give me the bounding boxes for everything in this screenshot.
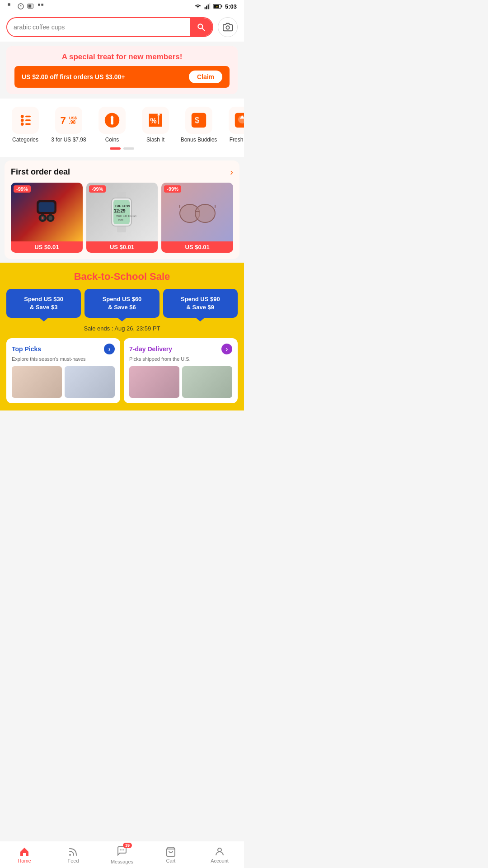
svg-point-16 xyxy=(21,115,24,118)
category-item-3for798[interactable]: 7 US$ .98 3 for US $7.98 xyxy=(47,105,90,147)
3for798-icon-wrap: 7 US$ .98 xyxy=(55,107,82,134)
header xyxy=(0,13,244,42)
deal-card-earbuds[interactable]: -99% US $0.01 xyxy=(11,183,83,253)
camera-icon xyxy=(223,22,233,32)
svg-rect-3 xyxy=(28,5,32,8)
3for798-label: 3 for US $7.98 xyxy=(51,137,86,143)
svg-point-15 xyxy=(226,26,229,29)
category-row: Categories 7 US$ .98 3 for US $7.98 xyxy=(0,99,244,157)
battery-icon xyxy=(213,4,222,9)
camera-button[interactable] xyxy=(218,17,238,37)
deal-card-glasses[interactable]: -99% US $0.01 xyxy=(161,183,233,253)
promo-banner: A special treat for new members! US $2.0… xyxy=(6,46,238,94)
7day-delivery-header: 7-day Delivery › xyxy=(129,344,232,354)
promo-title: A special treat for new members! xyxy=(14,52,230,61)
svg-rect-20 xyxy=(25,119,31,121)
search-input[interactable] xyxy=(7,24,190,31)
slashit-label: Slash It xyxy=(146,137,164,143)
svg-rect-44 xyxy=(117,226,126,232)
top-picks-title: Top Picks xyxy=(12,345,41,353)
dot-1 xyxy=(110,147,121,150)
back-to-school-section: Back-to-School Sale Spend US $30 & Save … xyxy=(0,263,244,410)
search-bar[interactable] xyxy=(6,17,213,37)
fresh-icon-wrap xyxy=(229,107,244,134)
spend-grid: Spend US $30 & Save $3 Spend US $60 & Sa… xyxy=(6,289,238,318)
bonusbuddies-label: Bonus Buddies xyxy=(181,137,217,143)
7day-delivery-img-2 xyxy=(182,366,232,398)
bonusbuddies-icon-wrap: $ xyxy=(185,107,212,134)
svg-rect-43 xyxy=(117,192,126,198)
svg-text:50M: 50M xyxy=(118,218,123,221)
svg-rect-19 xyxy=(25,116,31,117)
svg-rect-0 xyxy=(8,3,10,5)
category-item-bonusbuddies[interactable]: $ Bonus Buddies xyxy=(177,105,221,147)
svg-line-14 xyxy=(202,28,205,31)
section-title: First order deal xyxy=(11,167,70,177)
coins-icon xyxy=(104,112,120,128)
top-picks-header: Top Picks › xyxy=(12,344,115,354)
7day-delivery-img-1 xyxy=(129,366,179,398)
7day-delivery-subtitle: Picks shipped from the U.S. xyxy=(129,356,232,362)
top-picks-card[interactable]: Top Picks › Explore this season's must-h… xyxy=(6,338,120,403)
promo-row: US $2.00 off first orders US $3.00+ Clai… xyxy=(14,66,230,88)
svg-point-17 xyxy=(21,119,24,122)
coins-label: Coins xyxy=(105,137,119,143)
spend-card-2[interactable]: Spend US $60 & Save $6 xyxy=(84,289,159,318)
svg-point-42 xyxy=(42,217,44,219)
svg-text:TUE 11:19: TUE 11:19 xyxy=(115,204,130,208)
7day-delivery-card[interactable]: 7-day Delivery › Picks shipped from the … xyxy=(124,338,238,403)
svg-rect-21 xyxy=(25,123,31,125)
signal-icon xyxy=(204,3,211,9)
search-button[interactable] xyxy=(190,17,212,37)
fresh-label: Fresh Pick xyxy=(230,137,244,143)
status-time: 5:03 xyxy=(225,3,237,10)
svg-text:$: $ xyxy=(195,116,199,125)
slashit-icon: % xyxy=(147,112,164,128)
svg-text:WATER RESIST: WATER RESIST xyxy=(116,214,136,217)
category-item-slashit[interactable]: % Slash It xyxy=(134,105,177,147)
spend-card-3[interactable]: Spend US $90 & Save $9 xyxy=(163,289,238,318)
deal-grid: -99% US $0.01 TUE 11:19 12:29 WATER RESI… xyxy=(11,183,233,253)
deal-card-watch[interactable]: TUE 11:19 12:29 WATER RESIST 50M -99% US… xyxy=(86,183,158,253)
svg-text:12:29: 12:29 xyxy=(114,208,126,213)
top-picks-images xyxy=(12,366,115,398)
earbuds-svg xyxy=(31,196,62,228)
coins-icon-wrap xyxy=(99,107,126,134)
svg-text:%: % xyxy=(150,117,156,125)
categories-icon-wrap xyxy=(12,107,39,134)
status-icons xyxy=(7,3,44,10)
glasses-svg xyxy=(177,196,218,228)
spend-card-1[interactable]: Spend US $30 & Save $3 xyxy=(6,289,81,318)
spend-card-2-save: & Save $6 xyxy=(108,304,136,311)
category-item-coins[interactable]: Coins xyxy=(90,105,134,147)
price-tag-3: US $0.01 xyxy=(161,241,233,253)
slashit-icon-wrap: % xyxy=(142,107,169,134)
7day-delivery-arrow[interactable]: › xyxy=(221,344,232,354)
category-item-categories[interactable]: Categories xyxy=(4,105,47,147)
spend-card-3-spend: Spend US $90 xyxy=(181,296,220,302)
top-picks-arrow[interactable]: › xyxy=(104,344,115,354)
app-icon-1 xyxy=(7,3,14,10)
section-header: First order deal › xyxy=(11,167,233,177)
fresh-icon xyxy=(234,112,244,128)
claim-button[interactable]: Claim xyxy=(189,71,222,83)
price-tag-2: US $0.01 xyxy=(86,241,158,253)
svg-rect-7 xyxy=(206,6,207,9)
bts-title: Back-to-School Sale xyxy=(6,271,238,283)
top-picks-img-2 xyxy=(65,366,115,398)
wifi-icon xyxy=(194,4,202,9)
category-item-fresh[interactable]: Fresh Pick xyxy=(221,105,244,147)
discount-badge-1: -99% xyxy=(14,185,31,193)
section-arrow[interactable]: › xyxy=(230,167,233,177)
svg-text:.98: .98 xyxy=(69,120,76,125)
svg-rect-11 xyxy=(214,5,219,8)
svg-rect-26 xyxy=(111,117,113,123)
spend-card-1-save: & Save $3 xyxy=(30,304,57,311)
svg-rect-4 xyxy=(38,4,40,6)
3for798-icon: 7 US$ .98 xyxy=(60,113,78,128)
7day-delivery-title: 7-day Delivery xyxy=(129,345,172,353)
svg-rect-9 xyxy=(209,3,210,9)
status-bar: 5:03 xyxy=(0,0,244,13)
svg-rect-8 xyxy=(208,5,209,9)
sale-ends: Sale ends : Aug 26, 23:59 PT xyxy=(6,325,238,332)
